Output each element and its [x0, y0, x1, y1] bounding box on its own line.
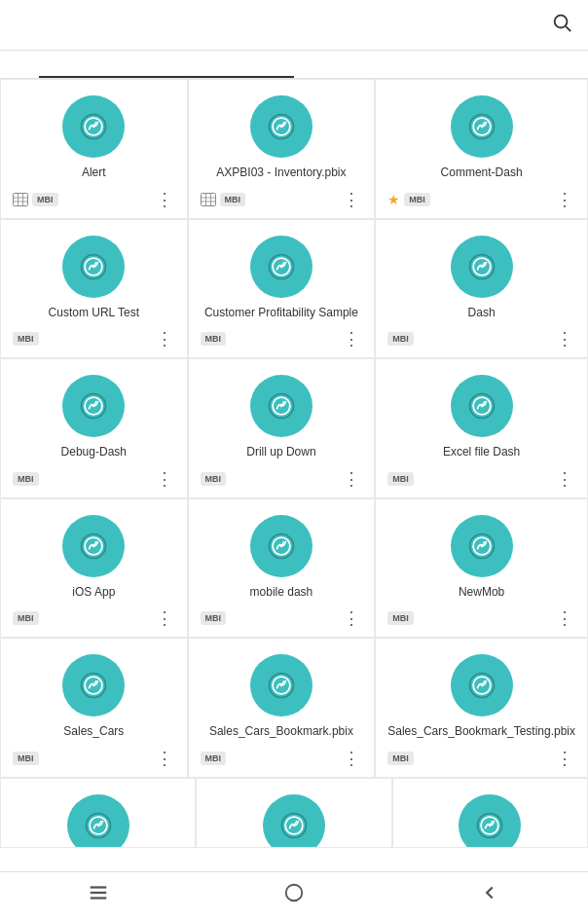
item-badges: MBI [13, 752, 39, 765]
more-options-button[interactable]: ⋮ [341, 750, 362, 767]
grid-item[interactable]: Sales_Cars_Bookmark_Testing.pbix MBI ⋮ [375, 638, 588, 778]
item-name: iOS App [72, 585, 115, 601]
item-footer: MBI ⋮ [13, 609, 175, 627]
dashboard-icon [451, 515, 513, 577]
more-options-button[interactable]: ⋮ [154, 750, 175, 767]
item-footer: MBI ⋮ [387, 609, 575, 627]
more-options-button[interactable]: ⋮ [554, 609, 575, 627]
mbi-badge: MBI [387, 752, 414, 765]
svg-line-1 [566, 26, 570, 31]
grid-item[interactable]: iOS App MBI ⋮ [0, 498, 188, 639]
dashboard-icon [62, 515, 125, 577]
item-badges: MBI [201, 752, 227, 765]
mbi-badge: MBI [13, 332, 39, 346]
svg-rect-69 [286, 885, 303, 901]
partial-grid-item[interactable] [196, 778, 391, 848]
dashboard-grid: Alert MBI ⋮ AXPBI03 - Inventory.pbix MBI… [0, 79, 588, 778]
more-options-button[interactable]: ⋮ [154, 470, 175, 488]
grid-item[interactable]: Alert MBI ⋮ [0, 79, 188, 219]
dashboard-icon [250, 95, 312, 158]
more-options-button[interactable]: ⋮ [154, 191, 175, 208]
svg-rect-13 [201, 193, 215, 205]
dashboard-icon [451, 654, 513, 716]
item-badges: MBI [13, 193, 58, 206]
tab-reports[interactable] [294, 51, 549, 78]
item-badges: MBI [201, 611, 227, 625]
mbi-badge: MBI [387, 472, 414, 486]
item-footer: MBI ⋮ [387, 750, 575, 767]
tabs-container [0, 51, 588, 79]
item-badges: MBI [387, 472, 414, 486]
dashboard-icon [451, 375, 513, 437]
item-footer: MBI ⋮ [387, 330, 575, 348]
spreadsheet-icon [201, 193, 216, 206]
dashboard-icon [451, 95, 513, 158]
dashboard-icon [250, 654, 312, 716]
partial-row [0, 778, 588, 848]
grid-item[interactable]: AXPBI03 - Inventory.pbix MBI ⋮ [188, 79, 376, 219]
tab-dashboards[interactable] [39, 51, 294, 78]
grid-item[interactable]: Drill up Down MBI ⋮ [188, 358, 376, 498]
item-name: Sales_Cars [63, 724, 124, 740]
more-options-button[interactable]: ⋮ [554, 750, 575, 767]
more-options-button[interactable]: ⋮ [154, 609, 175, 627]
dashboard-icon [62, 654, 125, 716]
dashboard-icon [451, 236, 513, 298]
search-button[interactable] [551, 12, 572, 38]
item-badges: MBI [13, 332, 39, 346]
mbi-badge: MBI [201, 611, 227, 625]
item-name: Alert [82, 165, 106, 181]
mbi-badge: MBI [201, 472, 227, 486]
item-name: Drill up Down [246, 445, 315, 460]
more-options-button[interactable]: ⋮ [554, 191, 575, 208]
grid-item[interactable]: Dash MBI ⋮ [375, 219, 588, 359]
mbi-badge: MBI [13, 472, 39, 486]
mbi-badge: MBI [201, 332, 227, 346]
menu-nav-button[interactable] [88, 882, 109, 908]
item-footer: MBI ⋮ [201, 609, 363, 627]
item-name: Sales_Cars_Bookmark_Testing.pbix [387, 724, 575, 740]
grid-item[interactable]: NewMob MBI ⋮ [375, 498, 588, 639]
home-nav-button[interactable] [283, 882, 305, 908]
dashboard-icon [62, 375, 125, 437]
star-icon: ★ [387, 192, 400, 207]
item-name: Dash [468, 306, 496, 321]
more-options-button[interactable]: ⋮ [554, 470, 575, 488]
item-name: Comment-Dash [441, 165, 523, 181]
more-options-button[interactable]: ⋮ [341, 191, 362, 208]
mbi-badge: MBI [220, 193, 246, 206]
grid-item[interactable]: Excel file Dash MBI ⋮ [375, 358, 588, 498]
spreadsheet-icon [13, 193, 28, 206]
grid-item[interactable]: Sales_Cars_Bookmark.pbix MBI ⋮ [188, 638, 376, 778]
more-options-button[interactable]: ⋮ [341, 609, 362, 627]
grid-item[interactable]: Debug-Dash MBI ⋮ [0, 358, 188, 498]
grid-item[interactable]: Sales_Cars MBI ⋮ [0, 638, 188, 778]
mbi-badge: MBI [32, 193, 58, 206]
item-name: AXPBI03 - Inventory.pbix [216, 165, 346, 181]
grid-item[interactable]: Comment-Dash ★MBI ⋮ [375, 79, 588, 219]
grid-item[interactable]: mobile dash MBI ⋮ [188, 498, 376, 639]
dashboard-icon [263, 794, 325, 848]
item-footer: MBI ⋮ [13, 470, 175, 488]
mbi-badge: MBI [387, 611, 414, 625]
partial-grid-item[interactable] [392, 778, 588, 848]
grid-item[interactable]: Customer Profitability Sample MBI ⋮ [188, 219, 376, 359]
item-name: Sales_Cars_Bookmark.pbix [209, 724, 353, 740]
item-footer: MBI ⋮ [201, 191, 363, 208]
back-nav-button[interactable] [479, 882, 500, 908]
item-footer: MBI ⋮ [387, 470, 575, 488]
more-options-button[interactable]: ⋮ [154, 330, 175, 348]
more-options-button[interactable]: ⋮ [554, 330, 575, 348]
dashboard-icon [62, 236, 125, 298]
partial-grid-item[interactable] [0, 778, 196, 848]
dashboard-icon [250, 375, 312, 437]
item-badges: MBI [201, 472, 227, 486]
item-name: Excel file Dash [443, 445, 520, 460]
svg-point-0 [555, 16, 568, 28]
more-options-button[interactable]: ⋮ [341, 330, 362, 348]
grid-item[interactable]: Custom URL Test MBI ⋮ [0, 219, 188, 359]
more-options-button[interactable]: ⋮ [341, 470, 362, 488]
item-name: NewMob [459, 585, 504, 601]
content-area: Alert MBI ⋮ AXPBI03 - Inventory.pbix MBI… [0, 79, 588, 906]
item-badges: MBI [387, 332, 414, 346]
